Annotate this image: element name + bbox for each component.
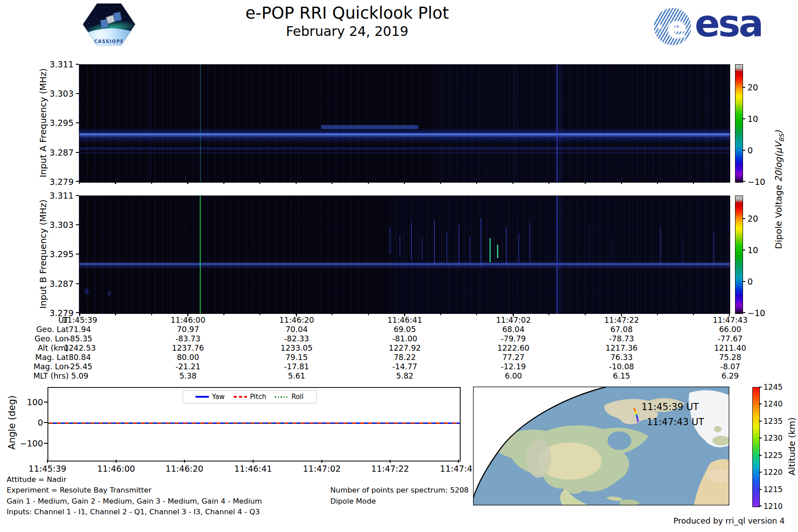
legend-label: Yaw <box>212 393 225 401</box>
noise-texture <box>391 196 730 313</box>
interference-line <box>514 65 514 182</box>
cassiope-mission-patch: CASSIOPE <box>82 3 136 46</box>
stars-decoration <box>83 4 83 4</box>
cell: 1242.53 <box>35 344 124 353</box>
cell: 11:45:39 <box>35 316 124 325</box>
cell: 11:46:20 <box>252 316 341 325</box>
tick-mark <box>759 505 762 506</box>
tick-mark <box>759 438 762 438</box>
impulse-streak <box>611 236 612 262</box>
green-impulse-streak <box>497 245 498 258</box>
altitude-tick: 1225 <box>763 450 790 460</box>
cell: 5.61 <box>252 372 341 381</box>
cell: 79.15 <box>252 353 341 362</box>
angle-xtick: 11:47:02 <box>293 464 351 473</box>
cassiope-patch-art: CASSIOPE <box>83 4 135 45</box>
impulse-streak <box>434 220 435 265</box>
angle-ytick: −100 <box>11 438 43 448</box>
colorbar-b <box>735 196 743 314</box>
inputs-note: Inputs: Channel 1 - I1, Channel 2 - Q1, … <box>7 508 260 516</box>
tick-mark <box>76 93 79 94</box>
altitude-tick: 1220 <box>763 467 790 477</box>
interference-line <box>708 65 708 182</box>
tick-mark <box>76 181 79 182</box>
cell: 5.82 <box>360 372 449 381</box>
colorbar-a-tick: 0 <box>747 145 774 155</box>
panel-a-ytick: 3.311 <box>41 59 74 69</box>
impulse-streak <box>481 218 481 267</box>
track-segment <box>636 414 637 415</box>
colorbar-axis-label: Dipole Voltage 20log(μVBS) <box>773 130 785 249</box>
altitude-axis-label: Altitude (km) <box>786 417 797 475</box>
cell: 6.15 <box>577 372 666 381</box>
altitude-tick: 1235 <box>763 416 790 426</box>
colorbar-a-tick: 20 <box>747 82 774 92</box>
panel-b-ytick: 3.311 <box>41 191 74 200</box>
altitude-tick: 1230 <box>763 433 790 443</box>
cell: 70.97 <box>144 325 232 334</box>
impulse-streak <box>411 223 412 260</box>
gain-note: Gain 1 - Medium, Gain 2 - Medium, Gain 3… <box>7 497 262 505</box>
tick-mark <box>743 118 745 119</box>
altitude-tick: 1245 <box>763 382 790 392</box>
track-segment-low-alt <box>638 419 638 422</box>
ground-track-map: 11:45:39 UT 11:47:43 UT <box>473 387 729 505</box>
impulse-streak <box>390 227 391 254</box>
impulse-streak <box>682 238 683 262</box>
colorbar-label-text: Dipole Voltage <box>773 182 784 249</box>
cell: -85.35 <box>35 334 124 344</box>
legend-item-roll: Roll <box>275 393 303 401</box>
impulse-streak <box>422 238 422 260</box>
tick-mark <box>743 218 745 219</box>
panel-a-ytick: 3.303 <box>41 89 74 98</box>
solar-panel-icon <box>113 12 122 22</box>
legend-item-pitch: Pitch <box>234 393 266 401</box>
impulse-streak <box>589 229 590 265</box>
angle-xtick: 11:45:39 <box>19 464 76 473</box>
cell: -83.73 <box>144 334 232 344</box>
low-frequency-blob <box>84 287 90 296</box>
interference-line <box>200 65 201 182</box>
cell: 11:46:00 <box>144 316 232 325</box>
track-segment <box>637 415 638 419</box>
impulse-streak <box>518 234 519 262</box>
cell: 80.00 <box>144 353 232 362</box>
cell: 1222.60 <box>469 344 558 353</box>
legend-label: Roll <box>291 393 303 401</box>
tick-mark <box>76 152 79 153</box>
british-isles <box>714 426 722 432</box>
page-title: e-POP RRI Quicklook Plot <box>192 4 502 23</box>
cell: 11:47:22 <box>577 316 666 325</box>
tick-mark <box>759 455 762 456</box>
cell: 69.05 <box>360 325 449 334</box>
cell: -82.33 <box>252 334 341 344</box>
colorbar-label-suffix: ) <box>773 130 784 134</box>
emission-band-core <box>79 133 730 135</box>
tick-mark <box>759 387 762 387</box>
impulse-streak <box>529 223 530 262</box>
altitude-tick: 1240 <box>763 399 790 409</box>
tick-mark <box>743 281 745 282</box>
spectrogram-a-canvas <box>79 64 730 183</box>
panel-b-ytick: 3.295 <box>41 249 74 259</box>
track-end-label: 11:47:43 UT <box>647 417 704 427</box>
colorbar-label-math: 20log(μV <box>773 142 784 182</box>
esa-dot-decoration <box>658 25 662 29</box>
tick-mark <box>47 460 48 463</box>
produced-by-note: Produced by rri_ql version 4 <box>621 516 785 525</box>
tick-mark <box>743 150 745 151</box>
emission-band-bump <box>321 125 419 129</box>
impulse-streak <box>506 227 507 265</box>
cell: -8.07 <box>686 362 775 372</box>
cell: 5.38 <box>144 372 232 381</box>
cell: -77.67 <box>686 334 775 344</box>
tick-mark <box>759 489 762 490</box>
tick-mark <box>76 283 79 284</box>
legend-label: Pitch <box>250 393 266 401</box>
cell: 11:47:02 <box>469 316 558 325</box>
cell: -17.81 <box>252 362 341 372</box>
esa-logo: e esa <box>654 7 743 46</box>
roll-line-sample <box>275 396 288 398</box>
quicklook-figure: CASSIOPE e-POP RRI Quicklook Plot Februa… <box>0 0 798 532</box>
noise-texture <box>437 65 730 182</box>
